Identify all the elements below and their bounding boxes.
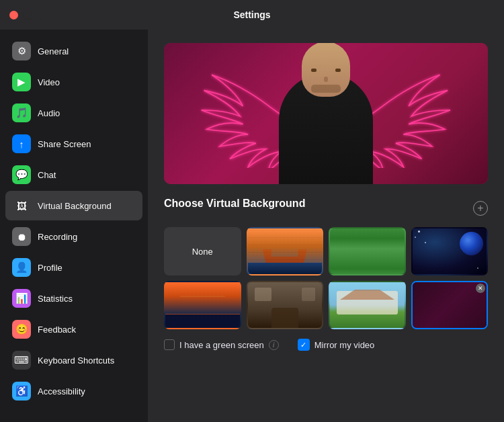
bg-grass[interactable] — [329, 227, 406, 276]
bg-none[interactable]: None — [164, 227, 241, 276]
profile-icon: 👤 — [12, 258, 31, 277]
audio-icon: 🎵 — [12, 103, 31, 122]
minimize-button[interactable] — [23, 11, 32, 19]
video-preview — [164, 43, 488, 184]
footer-options: I have a green screen i ✓ Mirror my vide… — [164, 339, 488, 351]
choose-title: Choose Virtual Background — [164, 198, 305, 210]
sidebar-label-video: Video — [38, 77, 60, 87]
mirror-video-label: Mirror my video — [314, 340, 375, 350]
green-screen-option: I have a green screen i — [164, 339, 279, 350]
green-screen-checkbox[interactable] — [164, 339, 175, 350]
sidebar-label-recording: Recording — [38, 232, 77, 242]
feedback-icon: 😊 — [12, 320, 31, 339]
bg-office[interactable] — [247, 281, 324, 329]
sidebar-item-video[interactable]: ▶Video — [5, 67, 142, 97]
green-screen-label: I have a green screen — [179, 340, 264, 350]
sidebar-label-share-screen: Share Screen — [38, 139, 91, 149]
sidebar-label-feedback: Feedback — [38, 325, 76, 335]
bg-house[interactable] — [329, 281, 406, 329]
person-head — [302, 43, 350, 97]
bg-golden-gate[interactable] — [247, 227, 324, 276]
preview-background — [164, 43, 488, 184]
sidebar-label-statistics: Statistics — [38, 294, 73, 304]
main-content: ⚙General▶Video🎵Audio↑Share Screen💬Chat🖼V… — [0, 30, 504, 422]
sidebar-item-keyboard-shortcuts[interactable]: ⌨Keyboard Shortcuts — [5, 345, 142, 375]
virtual-background-icon: 🖼 — [12, 196, 31, 215]
window-title: Settings — [233, 9, 270, 20]
sidebar-label-virtual-background: Virtual Background — [38, 201, 112, 211]
sidebar-item-profile[interactable]: 👤Profile — [5, 253, 142, 282]
sidebar-label-general: General — [38, 46, 69, 56]
content-area: Choose Virtual Background + None — [148, 30, 504, 422]
person-body — [279, 73, 373, 184]
mirror-video-checkbox[interactable]: ✓ — [298, 339, 310, 351]
close-button[interactable] — [9, 11, 18, 19]
bg-wings-dark[interactable]: ✕ — [411, 281, 489, 329]
keyboard-shortcuts-icon: ⌨ — [12, 351, 31, 370]
title-bar: Settings — [0, 0, 504, 30]
sidebar-item-audio[interactable]: 🎵Audio — [5, 98, 142, 128]
background-grid-row2: ✕ — [164, 281, 488, 329]
chat-icon: 💬 — [12, 165, 31, 184]
video-icon: ▶ — [12, 73, 31, 91]
sidebar-item-statistics[interactable]: 📊Statistics — [5, 284, 142, 313]
mirror-video-option: ✓ Mirror my video — [298, 339, 375, 351]
traffic-lights — [9, 11, 45, 19]
sidebar-label-keyboard-shortcuts: Keyboard Shortcuts — [38, 355, 114, 366]
sidebar-item-virtual-background[interactable]: 🖼Virtual Background — [5, 191, 142, 220]
maximize-button[interactable] — [36, 11, 45, 19]
sidebar-item-recording[interactable]: ⏺Recording — [5, 222, 142, 251]
remove-background-button[interactable]: ✕ — [476, 284, 485, 293]
green-screen-info-icon[interactable]: i — [269, 340, 279, 350]
sidebar-item-feedback[interactable]: 😊Feedback — [5, 314, 142, 344]
choose-header: Choose Virtual Background + — [164, 198, 488, 219]
accessibility-icon: ♿ — [12, 382, 31, 400]
sidebar-item-chat[interactable]: 💬Chat — [5, 160, 142, 189]
sidebar-label-accessibility: Accessibility — [38, 386, 85, 396]
recording-icon: ⏺ — [12, 227, 31, 246]
statistics-icon: 📊 — [12, 289, 31, 308]
sidebar: ⚙General▶Video🎵Audio↑Share Screen💬Chat🖼V… — [0, 30, 148, 422]
sidebar-label-audio: Audio — [38, 108, 60, 118]
bg-bridge-sunset[interactable] — [164, 281, 241, 329]
add-background-button[interactable]: + — [473, 201, 488, 216]
sidebar-item-share-screen[interactable]: ↑Share Screen — [5, 129, 142, 159]
sidebar-label-chat: Chat — [38, 170, 56, 180]
share-screen-icon: ↑ — [12, 134, 31, 153]
sidebar-item-general[interactable]: ⚙General — [5, 36, 142, 66]
sidebar-item-accessibility[interactable]: ♿Accessibility — [5, 376, 142, 406]
background-grid: None — [164, 227, 488, 276]
general-icon: ⚙ — [12, 42, 31, 60]
sidebar-label-profile: Profile — [38, 263, 62, 273]
bg-space[interactable] — [411, 227, 489, 276]
